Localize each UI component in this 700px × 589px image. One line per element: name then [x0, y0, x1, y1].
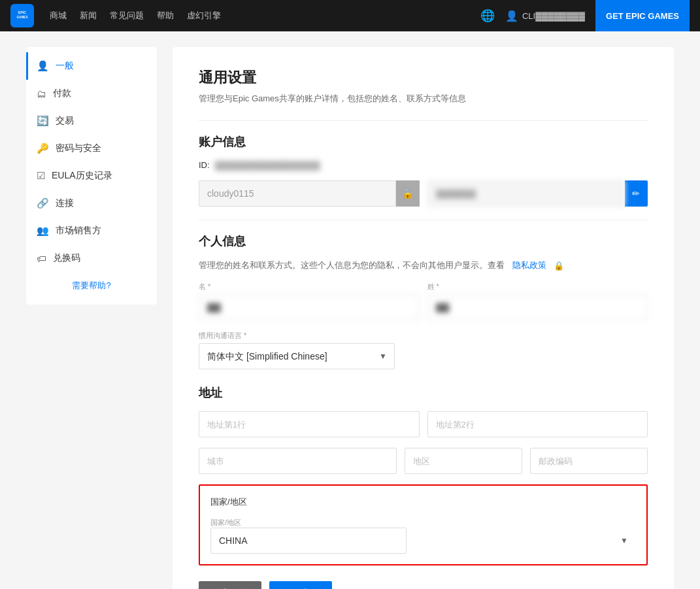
sidebar-label-redeem: 兑换码: [53, 252, 80, 264]
edit-icon: ✏: [632, 188, 640, 199]
account-id-value: ▓▓▓▓▓▓▓▓▓▓▓▓▓▓▓▓▓: [215, 160, 320, 170]
nav-faq[interactable]: 常见问题: [110, 10, 144, 22]
get-epic-games-button[interactable]: GET EPIC GAMES: [595, 0, 690, 31]
address-row-1: [199, 411, 648, 437]
language-row: 惯用沟通语言 * 简体中文 [Simplified Chinese] ▼: [199, 331, 648, 369]
personal-desc-text: 管理您的姓名和联系方式。这些个人信息为您的隐私，不会向其他用户显示。查看: [199, 260, 505, 271]
nav-news[interactable]: 新闻: [80, 10, 97, 22]
privacy-lock-icon: 🔒: [554, 261, 564, 271]
language-select-wrapper: 简体中文 [Simplified Chinese] ▼: [199, 343, 395, 369]
postal-field: [530, 448, 648, 474]
first-name-field: 名 *: [199, 282, 420, 320]
epic-games-logo[interactable]: EPIC GAMES: [10, 4, 34, 27]
redeem-icon: 🏷: [37, 253, 46, 264]
sidebar-item-eula[interactable]: ☑ EULA历史记录: [26, 162, 157, 190]
save-button[interactable]: 保存变更: [269, 581, 332, 589]
address-row-2: [199, 448, 648, 474]
last-name-field: 姓 *: [427, 282, 648, 320]
top-navigation: EPIC GAMES 商城 新闻 常见问题 帮助 虚幻引擎 🌐 👤 CLI▓▓▓…: [0, 0, 700, 31]
email-input-group: ✏: [427, 180, 648, 207]
address2-field: [427, 411, 648, 437]
sidebar-label-transactions: 交易: [56, 115, 74, 127]
country-field-label: 国家/地区: [210, 518, 241, 526]
address-section-title: 地址: [199, 385, 648, 401]
sidebar-label-general: 一般: [56, 60, 74, 72]
svg-text:EPIC: EPIC: [18, 10, 27, 14]
country-select-wrapper: 国家/地区 CHINA ▼: [210, 516, 636, 554]
sidebar-item-payment[interactable]: 🗂 付款: [26, 80, 157, 107]
email-input[interactable]: [427, 180, 625, 207]
eula-icon: ☑: [37, 170, 45, 182]
display-name-lock-button[interactable]: 🔒: [396, 180, 419, 207]
language-select[interactable]: 简体中文 [Simplified Chinese]: [199, 343, 395, 369]
divider-1: [199, 120, 648, 121]
sidebar-item-general[interactable]: 👤 一般: [26, 52, 157, 80]
country-select-container: CHINA ▼: [210, 528, 636, 554]
security-icon: 🔑: [37, 143, 49, 154]
account-id-label: ID:: [199, 160, 210, 170]
postal-input[interactable]: [530, 448, 648, 474]
user-name: CLI▓▓▓▓▓▓▓▓: [522, 11, 585, 21]
sidebar-label-market: 市场销售方: [56, 225, 101, 237]
display-name-field: 🔒: [199, 180, 420, 207]
user-icon: 👤: [505, 10, 518, 22]
page-title: 通用设置: [199, 68, 648, 88]
nav-unreal[interactable]: 虚幻引擎: [187, 10, 221, 22]
sidebar-item-connections[interactable]: 🔗 连接: [26, 190, 157, 217]
account-section-title: 账户信息: [199, 134, 648, 150]
sidebar-label-payment: 付款: [53, 88, 71, 99]
region-input[interactable]: [405, 448, 522, 474]
divider-2: [199, 220, 648, 220]
globe-icon[interactable]: 🌐: [480, 8, 495, 23]
address1-input[interactable]: [199, 411, 420, 437]
email-field: ✏: [427, 180, 648, 207]
country-box: 国家/地区 国家/地区 CHINA ▼: [199, 484, 648, 565]
help-link[interactable]: 需要帮助?: [26, 272, 157, 299]
first-name-input[interactable]: [199, 294, 420, 320]
svg-text:GAMES: GAMES: [16, 16, 27, 19]
first-name-label: 名 *: [199, 282, 420, 292]
address1-field: [199, 411, 420, 437]
display-name-input-group: 🔒: [199, 180, 420, 207]
transactions-icon: 🔄: [37, 115, 49, 127]
name-fields-row: 名 * 姓 *: [199, 282, 648, 320]
sidebar-item-market[interactable]: 👥 市场销售方: [26, 217, 157, 244]
nav-help[interactable]: 帮助: [157, 10, 174, 22]
page-body: 👤 一般 🗂 付款 🔄 交易 🔑 密码与安全 ☑ EULA历史记录 🔗 连接 👥…: [0, 31, 700, 589]
sidebar-label-eula: EULA历史记录: [52, 170, 112, 182]
last-name-input[interactable]: [427, 294, 648, 320]
user-menu[interactable]: 👤 CLI▓▓▓▓▓▓▓▓: [505, 10, 585, 22]
market-icon: 👥: [37, 225, 49, 237]
sidebar-item-transactions[interactable]: 🔄 交易: [26, 107, 157, 135]
nav-links: 商城 新闻 常见问题 帮助 虚幻引擎: [50, 10, 465, 22]
nav-right: 🌐 👤 CLI▓▓▓▓▓▓▓▓ GET EPIC GAMES: [480, 0, 690, 31]
sidebar-item-redeem[interactable]: 🏷 兑换码: [26, 244, 157, 272]
page-description: 管理您与Epic Games共享的账户详情，包括您的姓名、联系方式等信息: [199, 93, 648, 105]
country-select[interactable]: CHINA: [210, 528, 407, 554]
connections-icon: 🔗: [37, 197, 49, 209]
sidebar-label-connections: 连接: [56, 197, 74, 209]
account-fields-row: 🔒 ✏: [199, 180, 648, 207]
lock-icon: 🔒: [402, 188, 413, 199]
display-name-input[interactable]: [199, 180, 396, 207]
language-field: 惯用沟通语言 * 简体中文 [Simplified Chinese] ▼: [199, 331, 395, 369]
region-field: [405, 448, 522, 474]
sidebar-label-security: 密码与安全: [56, 143, 101, 154]
city-field: [199, 448, 397, 474]
sidebar-item-security[interactable]: 🔑 密码与安全: [26, 135, 157, 162]
address2-input[interactable]: [427, 411, 648, 437]
discard-button[interactable]: 放弃更改: [199, 581, 261, 589]
last-name-label: 姓 *: [427, 282, 648, 292]
country-section-label: 国家/地区: [210, 496, 636, 508]
nav-store[interactable]: 商城: [50, 10, 67, 22]
sidebar: 👤 一般 🗂 付款 🔄 交易 🔑 密码与安全 ☑ EULA历史记录 🔗 连接 👥…: [26, 47, 157, 305]
email-edit-button[interactable]: ✏: [625, 180, 648, 207]
country-dropdown-arrow: ▼: [620, 536, 628, 545]
account-id-row: ID: ▓▓▓▓▓▓▓▓▓▓▓▓▓▓▓▓▓: [199, 160, 648, 170]
city-input[interactable]: [199, 448, 397, 474]
general-icon: 👤: [37, 60, 49, 72]
action-buttons-row: 放弃更改 保存变更: [199, 581, 648, 589]
personal-description: 管理您的姓名和联系方式。这些个人信息为您的隐私，不会向其他用户显示。查看 隐私政…: [199, 260, 648, 271]
personal-section-title: 个人信息: [199, 233, 648, 249]
privacy-policy-link[interactable]: 隐私政策: [512, 260, 546, 271]
